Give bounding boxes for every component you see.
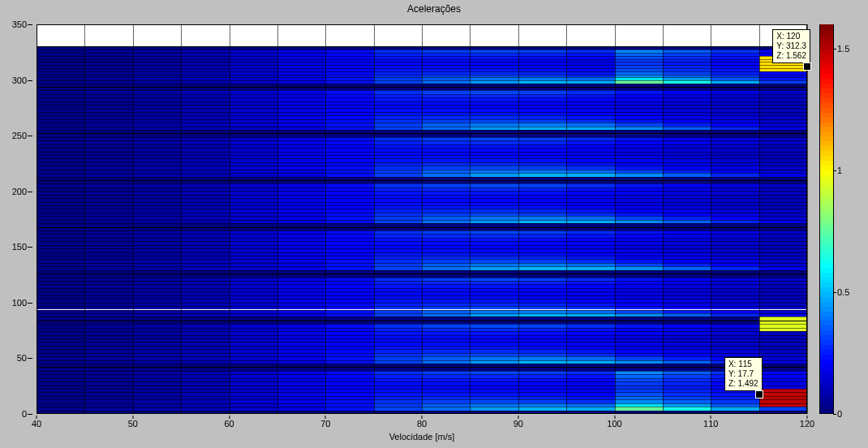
x-tick: 90: [513, 419, 523, 429]
datatip-2[interactable]: X: 115 Y: 17.7 Z: 1.492: [724, 357, 763, 391]
x-tick: 60: [224, 419, 234, 429]
x-tick: 40: [32, 419, 41, 429]
y-tick: 150: [12, 242, 27, 252]
chart-title: Acelerações: [0, 3, 868, 15]
colorbar-tick: 1: [837, 166, 842, 175]
x-tick: 70: [320, 419, 330, 429]
colorbar-tick: 1.5: [837, 44, 849, 54]
x-axis-label: Velocidade [m/s]: [37, 432, 807, 442]
colorbar-ticks: 00.511.5: [837, 24, 866, 414]
datatip-1[interactable]: X: 120 Y: 312.3 Z: 1.562: [772, 29, 810, 63]
y-tick: 50: [17, 353, 27, 363]
y-tick: 100: [12, 298, 27, 308]
x-tick: 80: [417, 419, 427, 429]
datatip-marker-1[interactable]: [803, 62, 811, 71]
x-tick: 100: [607, 419, 621, 429]
y-tick: 0: [22, 409, 27, 419]
y-tick: 200: [12, 187, 27, 196]
x-tick: 120: [800, 419, 814, 429]
x-tick: 110: [703, 419, 718, 429]
x-tick: 50: [128, 419, 138, 429]
y-tick: 300: [12, 75, 27, 85]
colorbar-tick: 0: [837, 409, 842, 419]
datatip-marker-2[interactable]: [755, 390, 763, 398]
heatmap-plot: [37, 24, 807, 414]
y-tick: 350: [12, 19, 27, 29]
colorbar-tick: 0.5: [837, 287, 849, 297]
y-tick: 250: [12, 131, 27, 140]
y-axis: 050100150200250300350: [0, 24, 37, 414]
colorbar: [819, 24, 834, 414]
